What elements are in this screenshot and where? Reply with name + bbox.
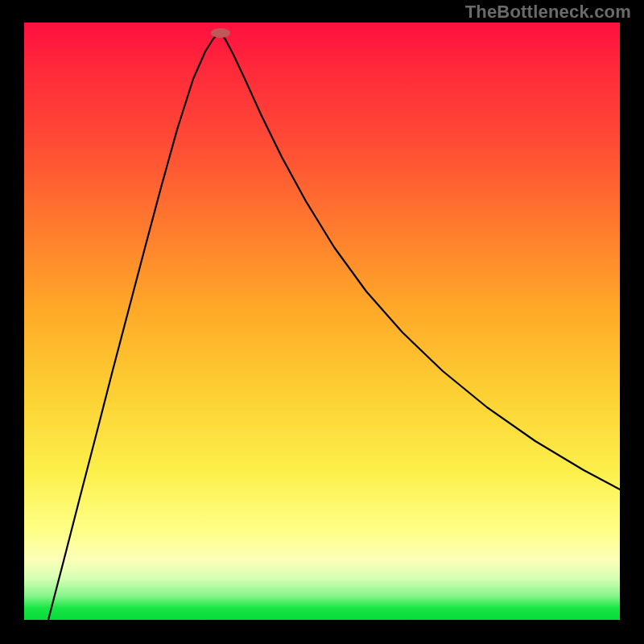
figure-root: TheBottleneck.com bbox=[0, 0, 644, 644]
watermark-text: TheBottleneck.com bbox=[465, 2, 631, 23]
curve-left-branch bbox=[48, 33, 221, 620]
curve-right-branch bbox=[221, 33, 620, 489]
dip-marker bbox=[211, 28, 230, 38]
plot-area bbox=[24, 23, 620, 620]
curve-layer bbox=[24, 23, 620, 620]
